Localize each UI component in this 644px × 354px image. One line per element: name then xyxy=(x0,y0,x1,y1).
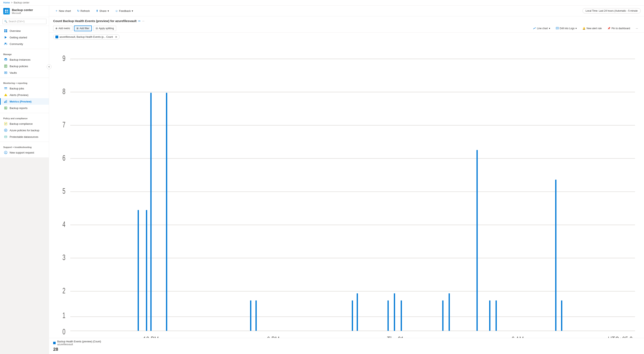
sidebar-item-overview[interactable]: Overview xyxy=(0,27,49,34)
sidebar-item-protectable-datasources[interactable]: Protectable datasources xyxy=(0,134,49,140)
sidebar-item-label: Vaults xyxy=(10,71,17,74)
datasource-icon xyxy=(4,135,8,139)
svg-text:2: 2 xyxy=(62,286,66,295)
sidebar-wrapper: Backup center Microsoft 🔍 Search (Ctrl+/… xyxy=(0,5,49,354)
chart-title-bar: Count Backup Health Events (preview) for… xyxy=(49,16,644,24)
svg-point-9 xyxy=(5,43,6,44)
svg-rect-5 xyxy=(6,29,7,31)
more-options-button[interactable]: ··· xyxy=(634,26,640,31)
sidebar-item-backup-policies[interactable]: Backup policies xyxy=(0,63,49,69)
share-button[interactable]: ⬆ Share ▾ xyxy=(93,8,112,14)
svg-marker-8 xyxy=(5,36,7,39)
time-range-picker[interactable]: Local Time: Last 24 hours (Automatic - 5… xyxy=(582,8,641,13)
sidebar-item-azure-policies[interactable]: Azure policies for backup xyxy=(0,127,49,134)
section-support: Support + troubleshooting xyxy=(0,144,49,149)
sidebar-item-backup-reports[interactable]: Backup reports xyxy=(0,105,49,111)
sidebar-item-getting-started[interactable]: Getting started xyxy=(0,34,49,41)
filter-tag-item: azurefilesvault, Backup Health Events (p… xyxy=(53,34,120,40)
reports-icon xyxy=(4,106,8,110)
sidebar-item-label: Alerts (Preview) xyxy=(10,94,28,97)
sidebar-search-area: 🔍 Search (Ctrl+/) xyxy=(0,17,49,26)
filter-tags: azurefilesvault, Backup Health Events (p… xyxy=(49,33,644,41)
new-alert-rule-label: New alert rule xyxy=(586,27,602,30)
feedback-button[interactable]: ☺ Feedback ▾ xyxy=(112,8,136,14)
split-icon: ⊟ xyxy=(96,27,98,30)
feedback-label: Feedback xyxy=(119,9,131,12)
svg-point-19 xyxy=(5,72,6,73)
breadcrumb-home[interactable]: Home xyxy=(3,1,10,4)
chart-right-controls: Line chart ▾ Drill into Logs ▾ 🔔 xyxy=(531,26,640,31)
drill-into-logs-button[interactable]: Drill into Logs ▾ xyxy=(554,26,579,31)
sidebar-subtitle: Microsoft xyxy=(12,12,33,14)
new-alert-rule-button[interactable]: 🔔 New alert rule xyxy=(580,26,604,31)
feedback-icon: ☺ xyxy=(115,9,118,12)
sidebar-item-label: Backup compliance xyxy=(10,122,33,125)
svg-rect-21 xyxy=(4,88,7,89)
sidebar-item-backup-instances[interactable]: Backup instances xyxy=(0,56,49,63)
divider-manage xyxy=(0,49,49,49)
svg-rect-41 xyxy=(556,27,558,29)
svg-rect-20 xyxy=(4,87,7,88)
chart-edit-icon[interactable]: ✏ xyxy=(138,19,141,23)
compliance-icon xyxy=(4,122,8,126)
tag-icon xyxy=(56,35,58,38)
search-input[interactable]: 🔍 Search (Ctrl+/) xyxy=(2,19,46,24)
svg-point-35 xyxy=(5,130,6,131)
alert-rule-icon: 🔔 xyxy=(582,27,586,30)
sidebar-item-backup-jobs[interactable]: Backup jobs xyxy=(0,85,49,92)
svg-text:6 PM: 6 PM xyxy=(267,335,279,338)
sidebar-item-vaults[interactable]: Vaults xyxy=(0,69,49,76)
svg-rect-36 xyxy=(4,136,7,138)
play-icon xyxy=(4,35,8,39)
add-filter-label: Add filter xyxy=(80,27,89,30)
sidebar-item-metrics[interactable]: Metrics (Preview) xyxy=(0,98,49,105)
share-icon: ⬆ xyxy=(96,9,98,12)
pin-to-dashboard-button[interactable]: 📌 Pin to dashboard xyxy=(605,26,632,31)
add-metric-icon: ⊕ xyxy=(56,27,58,30)
add-metric-button[interactable]: ⊕ Add metric xyxy=(53,26,72,31)
divider-monitoring xyxy=(0,78,49,78)
chart-more-icon[interactable]: ··· xyxy=(142,19,144,22)
line-chart-icon xyxy=(533,27,536,30)
svg-text:6 AM: 6 AM xyxy=(512,335,524,338)
breadcrumb-separator: > xyxy=(11,1,12,4)
sidebar-title: Backup center xyxy=(12,8,33,12)
svg-text:5: 5 xyxy=(62,186,66,195)
svg-text:12 PM: 12 PM xyxy=(143,335,159,338)
line-chart-button[interactable]: Line chart ▾ xyxy=(531,26,552,31)
sidebar-item-community[interactable]: Community xyxy=(0,41,49,47)
sidebar-item-support-request[interactable]: New support request xyxy=(0,149,49,156)
jobs-icon xyxy=(4,87,8,90)
svg-text:6: 6 xyxy=(62,154,66,162)
apply-splitting-button[interactable]: ⊟ Apply splitting xyxy=(94,26,116,31)
main-content: ＋ New chart ↻ Refresh ⬆ Share ▾ ☺ Feedba… xyxy=(49,5,644,354)
search-placeholder: Search (Ctrl+/) xyxy=(8,20,24,23)
search-icon: 🔍 xyxy=(4,20,7,23)
breadcrumb-current: Backup center xyxy=(14,1,30,4)
sidebar-item-label: Getting started xyxy=(10,36,27,39)
sidebar-title-wrap: Backup center Microsoft xyxy=(12,8,33,14)
refresh-icon: ↻ xyxy=(77,9,80,12)
add-filter-button[interactable]: ⊞ Add filter xyxy=(74,25,92,31)
apply-splitting-label: Apply splitting xyxy=(99,27,114,30)
sidebar-collapse-button[interactable] xyxy=(47,64,52,69)
svg-rect-6 xyxy=(4,31,6,32)
chart-svg-area: 9 8 7 6 5 4 3 2 1 0 xyxy=(49,41,644,338)
chart-controls: ⊕ Add metric ⊞ Add filter ⊟ Apply splitt… xyxy=(49,24,644,33)
line-chart-chevron: ▾ xyxy=(549,27,550,30)
sidebar-item-backup-compliance[interactable]: Backup compliance xyxy=(0,120,49,127)
sidebar-item-label: New support request xyxy=(10,151,34,154)
sidebar-item-label: Metrics (Preview) xyxy=(10,100,32,103)
sidebar-item-alerts[interactable]: ! Alerts (Preview) xyxy=(0,92,49,98)
legend-label: Backup Health Events (preview) (Count) xyxy=(57,340,101,343)
svg-point-40 xyxy=(5,152,6,153)
support-icon xyxy=(4,151,8,154)
svg-text:7: 7 xyxy=(62,120,66,129)
new-chart-button[interactable]: ＋ New chart xyxy=(52,7,74,14)
breadcrumb: Home > Backup center xyxy=(0,0,644,5)
section-manage: Manage xyxy=(0,51,49,56)
drill-chevron-icon: ▾ xyxy=(576,27,577,30)
filter-tag-close[interactable]: ✕ xyxy=(115,35,118,39)
refresh-button[interactable]: ↻ Refresh xyxy=(74,8,93,14)
section-monitoring: Monitoring + reporting xyxy=(0,79,49,85)
